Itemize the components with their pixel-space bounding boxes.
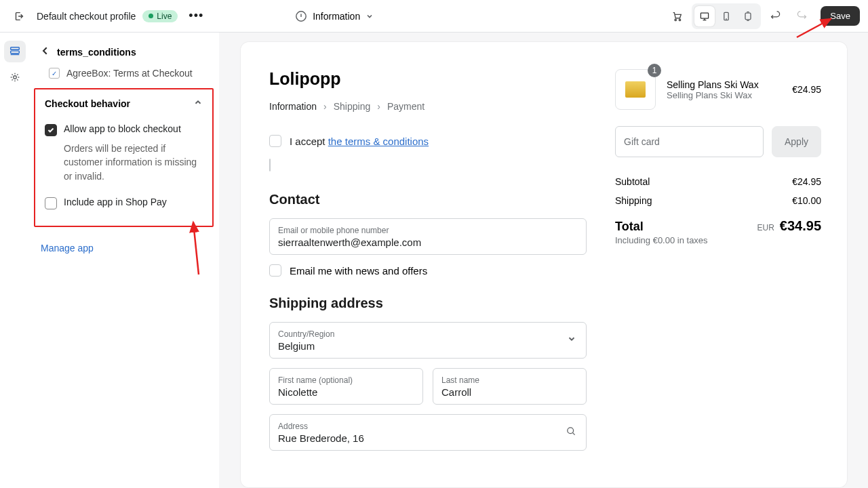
settings-icon[interactable] [4, 66, 26, 88]
fullscreen-icon[interactable] [738, 6, 758, 26]
device-switcher [692, 3, 761, 29]
chevron-up-icon[interactable] [193, 98, 203, 110]
back-icon[interactable] [41, 46, 50, 58]
terms-link[interactable]: the terms & conditions [328, 136, 429, 147]
svg-rect-6 [10, 47, 19, 50]
exit-icon[interactable] [8, 5, 30, 27]
news-checkbox[interactable] [269, 264, 281, 277]
sidebar: terms_conditions ✓ AgreeBox: Terms at Ch… [30, 33, 220, 488]
store-name: Lolipopp [269, 69, 587, 89]
shipping-heading: Shipping address [269, 296, 587, 311]
sections-icon[interactable] [4, 41, 26, 62]
checkout-behavior-panel: Checkout behavior Allow app to block che… [34, 88, 214, 227]
top-bar: Default checkout profile Live ••• Inform… [0, 0, 868, 33]
svg-rect-5 [745, 13, 751, 20]
app-row[interactable]: ✓ AgreeBox: Terms at Checkout [30, 65, 219, 88]
live-badge: Live [142, 10, 178, 22]
lastname-field[interactable]: Last name Carroll [433, 368, 587, 405]
breadcrumb-title: terms_conditions [57, 47, 136, 58]
checklist-icon: ✓ [49, 68, 60, 79]
step-information[interactable]: Information [269, 101, 317, 112]
desktop-icon[interactable] [694, 6, 715, 26]
panel-title: Checkout behavior [45, 98, 130, 109]
svg-point-1 [675, 19, 676, 20]
cart-item: 1 Selling Plans Ski Wax Selling Plans Sk… [615, 69, 821, 110]
block-checkout-checkbox[interactable] [45, 124, 57, 136]
page-selector[interactable]: Information [288, 7, 380, 25]
terms-text: I accept the terms & conditions [290, 136, 429, 147]
giftcard-input[interactable]: Gift card [615, 126, 764, 157]
svg-rect-3 [701, 13, 709, 18]
more-icon[interactable]: ••• [184, 9, 208, 23]
country-field[interactable]: Country/Region Belgium [269, 322, 587, 359]
svg-point-2 [679, 19, 681, 20]
firstname-field[interactable]: First name (optional) Nicolette [269, 368, 423, 405]
profile-name: Default checkout profile [37, 11, 136, 22]
apply-button[interactable]: Apply [772, 126, 821, 157]
terms-checkbox[interactable] [269, 135, 281, 147]
undo-icon[interactable] [765, 5, 787, 27]
step-payment[interactable]: Payment [387, 101, 425, 112]
checkout-preview: Lolipopp Information › Shipping › Paymen… [241, 42, 847, 487]
save-button[interactable]: Save [821, 6, 860, 26]
chevron-right-icon: › [377, 101, 380, 112]
svg-point-8 [13, 76, 16, 79]
manage-app-link[interactable]: Manage app [41, 243, 94, 253]
chevron-down-icon [567, 334, 576, 346]
contact-heading: Contact [269, 192, 587, 207]
svg-rect-7 [10, 51, 19, 54]
cart-icon[interactable] [666, 5, 688, 27]
address-field[interactable]: Address Rue Brederode, 16 [269, 414, 587, 451]
email-field[interactable]: Email or mobile phone number sierraalten… [269, 218, 587, 255]
extra-checkbox[interactable] [269, 159, 271, 171]
vertical-rail [0, 33, 30, 488]
redo-icon [791, 5, 812, 27]
search-icon [566, 426, 576, 439]
step-shipping[interactable]: Shipping [334, 101, 371, 112]
svg-point-9 [568, 428, 574, 434]
shoppay-checkbox[interactable] [45, 197, 57, 209]
chevron-right-icon: › [323, 101, 327, 112]
checkout-steps: Information › Shipping › Payment [269, 101, 587, 112]
qty-badge: 1 [648, 64, 661, 77]
mobile-icon[interactable] [716, 6, 736, 26]
